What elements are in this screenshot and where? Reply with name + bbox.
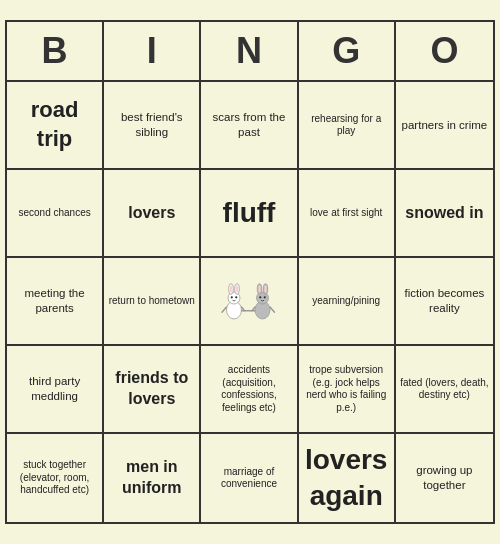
header-i: I <box>104 22 201 80</box>
cell-11[interactable]: return to hometown <box>104 258 201 346</box>
cell-4[interactable]: partners in crime <box>396 82 493 170</box>
cell-text-0: road trip <box>11 96 98 153</box>
cell-24[interactable]: growing up together <box>396 434 493 522</box>
cell-text-14: fiction becomes reality <box>400 286 489 316</box>
cell-15[interactable]: third party meddling <box>7 346 104 434</box>
cell-2[interactable]: scars from the past <box>201 82 298 170</box>
cell-text-23: lovers again <box>303 442 390 515</box>
cell-9[interactable]: snowed in <box>396 170 493 258</box>
svg-point-15 <box>264 285 266 293</box>
svg-point-7 <box>235 296 237 298</box>
cell-text-20: stuck together (elevator, room, handcuff… <box>11 459 98 497</box>
bingo-header: B I N G O <box>7 22 493 82</box>
cell-text-17: accidents (acquisition, confessions, fee… <box>205 364 292 414</box>
header-g: G <box>299 22 396 80</box>
cell-23[interactable]: lovers again <box>299 434 396 522</box>
cell-8[interactable]: love at first sight <box>299 170 396 258</box>
cell-text-24: growing up together <box>400 463 489 493</box>
cell-6[interactable]: lovers <box>104 170 201 258</box>
header-o: O <box>396 22 493 80</box>
svg-line-19 <box>270 307 275 312</box>
cell-text-15: third party meddling <box>11 374 98 404</box>
cell-text-19: fated (lovers, death, destiny etc) <box>400 377 489 402</box>
cell-3[interactable]: rehearsing for a play <box>299 82 396 170</box>
svg-point-16 <box>259 296 261 298</box>
cell-text-18: trope subversion (e.g. jock helps nerd w… <box>303 364 390 414</box>
cell-12[interactable] <box>201 258 298 346</box>
cell-text-5: second chances <box>18 207 90 220</box>
cell-5[interactable]: second chances <box>7 170 104 258</box>
cell-text-2: scars from the past <box>205 110 292 140</box>
bingo-card: B I N G O road tripbest friend's sibling… <box>5 20 495 524</box>
cell-text-1: best friend's sibling <box>108 110 195 140</box>
header-n: N <box>201 22 298 80</box>
header-b: B <box>7 22 104 80</box>
cell-14[interactable]: fiction becomes reality <box>396 258 493 346</box>
cell-text-22: marriage of convenience <box>205 466 292 491</box>
svg-line-8 <box>222 307 227 312</box>
cell-text-11: return to hometown <box>109 295 195 308</box>
svg-point-6 <box>231 296 233 298</box>
cell-7[interactable]: fluff <box>201 170 298 258</box>
cell-20[interactable]: stuck together (elevator, room, handcuff… <box>7 434 104 522</box>
cell-13[interactable]: yearning/pining <box>299 258 396 346</box>
cell-19[interactable]: fated (lovers, death, destiny etc) <box>396 346 493 434</box>
cell-text-3: rehearsing for a play <box>303 113 390 138</box>
cell-1[interactable]: best friend's sibling <box>104 82 201 170</box>
cell-text-16: friends to lovers <box>108 368 195 410</box>
svg-point-5 <box>236 285 238 293</box>
cell-text-4: partners in crime <box>402 118 488 133</box>
cell-text-13: yearning/pining <box>312 295 380 308</box>
svg-point-17 <box>264 296 266 298</box>
cell-0[interactable]: road trip <box>7 82 104 170</box>
svg-point-14 <box>258 285 260 293</box>
cell-17[interactable]: accidents (acquisition, confessions, fee… <box>201 346 298 434</box>
cell-text-8: love at first sight <box>310 207 382 220</box>
cell-text-6: lovers <box>128 203 175 224</box>
cell-10[interactable]: meeting the parents <box>7 258 104 346</box>
bingo-grid: road tripbest friend's siblingscars from… <box>7 82 493 522</box>
cell-22[interactable]: marriage of convenience <box>201 434 298 522</box>
svg-point-4 <box>230 285 232 293</box>
cell-text-21: men in uniform <box>108 457 195 499</box>
cell-18[interactable]: trope subversion (e.g. jock helps nerd w… <box>299 346 396 434</box>
cell-text-10: meeting the parents <box>11 286 98 316</box>
cell-16[interactable]: friends to lovers <box>104 346 201 434</box>
cell-21[interactable]: men in uniform <box>104 434 201 522</box>
cell-text-7: fluff <box>223 195 276 231</box>
cell-text-9: snowed in <box>405 203 483 224</box>
